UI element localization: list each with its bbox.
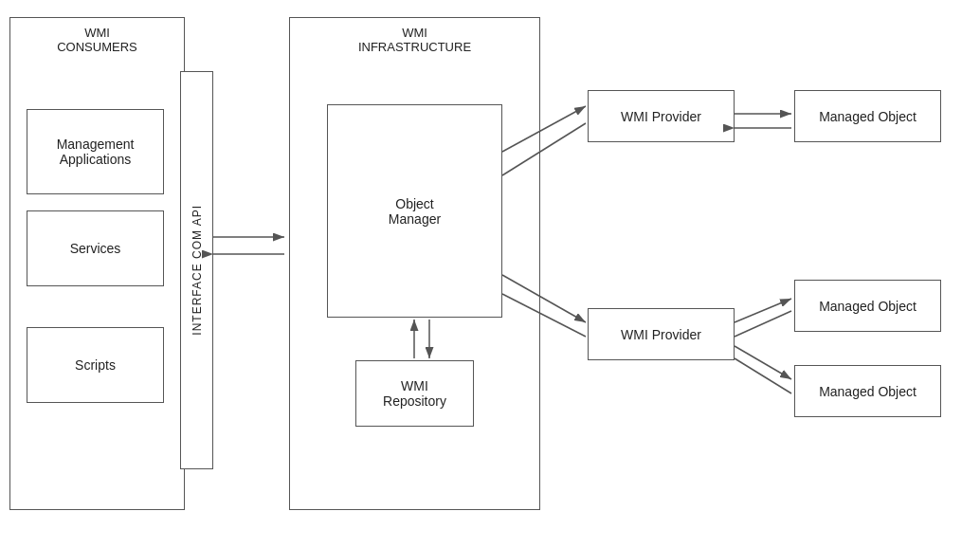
management-applications-box: Management Applications [27, 109, 164, 194]
arrow-provider2-to-obj2-bottom [735, 311, 791, 337]
managed-object-2-box: Managed Object [794, 280, 941, 332]
wmi-consumers-title: WMICONSUMERS [10, 26, 184, 54]
managed-object-3-label: Managed Object [819, 384, 916, 399]
interface-com-api-box: INTERFACE COM API [180, 71, 213, 469]
wmi-repository-box: WMI Repository [355, 360, 474, 427]
wmi-provider-1-label: WMI Provider [621, 109, 701, 124]
managed-object-1-box: Managed Object [794, 90, 941, 142]
arrow-provider2-to-obj3-top [735, 346, 791, 379]
managed-object-3-box: Managed Object [794, 365, 941, 417]
managed-object-2-label: Managed Object [819, 299, 916, 314]
services-label: Services [70, 241, 121, 256]
wmi-provider-2-label: WMI Provider [621, 327, 701, 342]
arrow-provider2-to-obj3-bottom [735, 358, 791, 393]
arrow-provider2-to-obj2-top [735, 299, 791, 322]
wmi-repository-label: WMI Repository [383, 378, 446, 409]
services-box: Services [27, 210, 164, 286]
wmi-provider-2-box: WMI Provider [588, 308, 735, 360]
diagram-container: WMICONSUMERS Management Applications Ser… [0, 0, 980, 548]
interface-com-api-label: INTERFACE COM API [191, 205, 204, 336]
object-manager-box: Object Manager [327, 104, 502, 318]
wmi-infrastructure-title: WMIINFRASTRUCTURE [290, 26, 539, 54]
wmi-provider-1-box: WMI Provider [588, 90, 735, 142]
scripts-box: Scripts [27, 327, 164, 403]
scripts-label: Scripts [75, 357, 116, 373]
object-manager-label: Object Manager [389, 196, 441, 227]
management-applications-label: Management Applications [57, 137, 135, 167]
managed-object-1-label: Managed Object [819, 109, 916, 124]
